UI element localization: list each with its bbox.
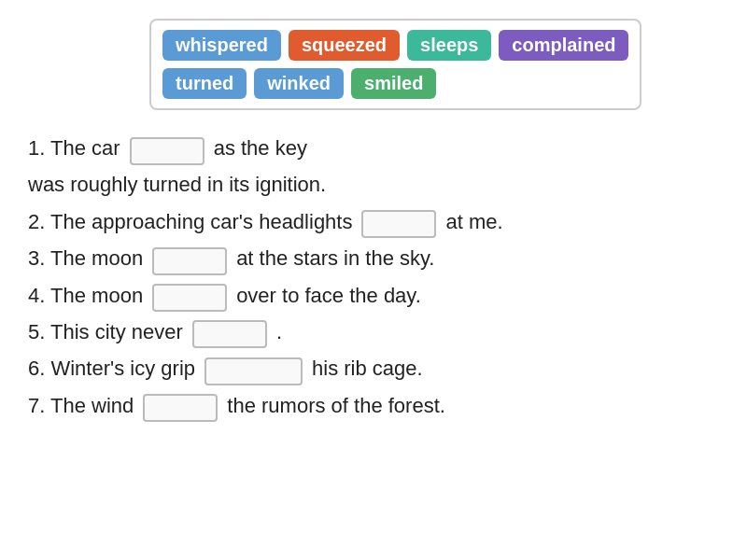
sentence-1-cont: was roughly turned in its ignition. bbox=[28, 167, 719, 202]
chip-whispered[interactable]: whispered bbox=[162, 30, 281, 61]
answer-2[interactable] bbox=[361, 210, 436, 238]
sentence-3: 3. The moon at the stars in the sky. bbox=[28, 241, 719, 275]
s3-rest: at the stars in the sky. bbox=[236, 241, 434, 275]
s5-rest: . bbox=[276, 315, 282, 349]
answer-5[interactable] bbox=[192, 320, 267, 348]
answer-1[interactable] bbox=[130, 137, 204, 165]
sentence-6: 6. Winter's icy grip his rib cage. bbox=[28, 351, 719, 385]
chip-squeezed[interactable]: squeezed bbox=[289, 30, 400, 61]
s7-rest: the rumors of the forest. bbox=[227, 388, 445, 423]
sentence-5: 5. This city never . bbox=[28, 315, 719, 349]
s3-num: 3. The moon bbox=[28, 241, 143, 275]
chip-winked[interactable]: winked bbox=[254, 68, 344, 99]
s1-num: 1. The car bbox=[28, 131, 120, 165]
s6-num: 6. Winter's icy grip bbox=[28, 351, 195, 385]
s1-cont-text: was roughly turned in its ignition. bbox=[28, 167, 326, 202]
page: whispered squeezed sleeps complained tur… bbox=[0, 0, 747, 443]
s5-num: 5. This city never bbox=[28, 315, 183, 349]
answer-4[interactable] bbox=[152, 284, 227, 312]
s7-num: 7. The wind bbox=[28, 388, 134, 423]
sentence-7: 7. The wind the rumors of the forest. bbox=[28, 388, 719, 423]
sentence-1: 1. The car as the key bbox=[28, 131, 719, 165]
sentence-2: 2. The approaching car's headlights at m… bbox=[28, 204, 719, 239]
chip-complained[interactable]: complained bbox=[499, 30, 628, 61]
answer-6[interactable] bbox=[204, 357, 303, 385]
answer-3[interactable] bbox=[152, 247, 227, 275]
chip-sleeps[interactable]: sleeps bbox=[407, 30, 491, 61]
sentence-4: 4. The moon over to face the day. bbox=[28, 278, 719, 313]
chip-turned[interactable]: turned bbox=[162, 68, 247, 99]
s1-rest: as the key bbox=[214, 131, 307, 165]
s6-rest: his rib cage. bbox=[312, 351, 423, 385]
word-bank-row-1: whispered squeezed sleeps complained bbox=[162, 30, 628, 61]
s4-num: 4. The moon bbox=[28, 278, 143, 313]
answer-7[interactable] bbox=[143, 394, 218, 422]
word-bank: whispered squeezed sleeps complained tur… bbox=[149, 19, 641, 110]
chip-smiled[interactable]: smiled bbox=[351, 68, 436, 99]
s2-num: 2. The approaching car's headlights bbox=[28, 204, 352, 239]
s4-rest: over to face the day. bbox=[236, 278, 421, 313]
sentences-container: 1. The car as the key was roughly turned… bbox=[28, 131, 719, 423]
word-bank-row-2: turned winked smiled bbox=[162, 68, 628, 99]
s2-rest: at me. bbox=[445, 204, 502, 239]
